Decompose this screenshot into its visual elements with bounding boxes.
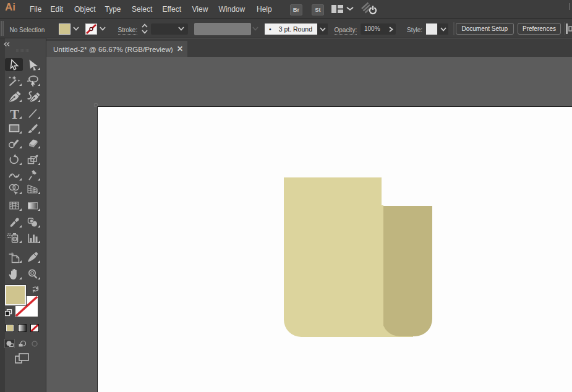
svg-text:T: T <box>10 107 19 120</box>
